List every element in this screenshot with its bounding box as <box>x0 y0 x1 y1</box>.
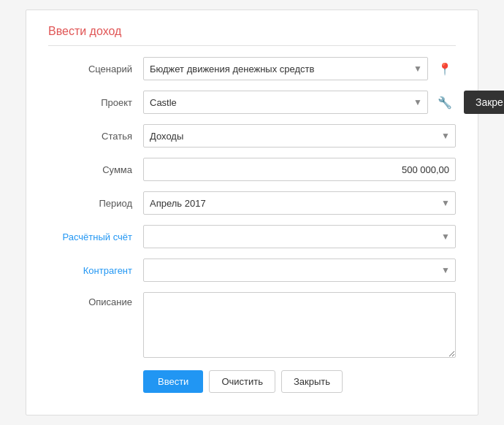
account-label: Расчётный счёт <box>48 231 143 242</box>
ochist-button[interactable]: Очистить <box>209 370 275 393</box>
form-actions: Ввести Очистить Закрыть <box>143 370 456 393</box>
scenario-row: Сценарий Бюджет движения денежных средст… <box>48 57 456 80</box>
article-select-wrapper: Доходы ▼ <box>143 124 456 148</box>
period-select[interactable]: Апрель 2017 <box>143 191 456 215</box>
counterparty-label: Контрагент <box>48 265 143 276</box>
project-label: Проект <box>48 97 143 108</box>
form-title: Ввести доход <box>48 25 456 46</box>
project-row: Проект Castle ▼ 🔧 Закрепить <box>48 91 456 114</box>
scenario-select[interactable]: Бюджет движения денежных средств <box>143 57 428 80</box>
article-select[interactable]: Доходы <box>143 124 456 148</box>
project-select[interactable]: Castle <box>143 91 428 114</box>
article-label: Статья <box>48 131 143 142</box>
period-row: Период Апрель 2017 ▼ <box>48 191 456 215</box>
amount-row: Сумма <box>48 158 456 181</box>
scenario-pin-icon[interactable]: 📍 <box>434 58 456 80</box>
counterparty-select[interactable] <box>143 259 456 282</box>
account-select-wrapper: ▼ <box>143 225 456 248</box>
form-container: Ввести доход Сценарий Бюджет движения де… <box>26 9 478 416</box>
description-row: Описание <box>48 292 456 360</box>
account-select[interactable] <box>143 225 456 248</box>
scenario-select-wrapper: Бюджет движения денежных средств ▼ <box>143 57 428 80</box>
article-row: Статья Доходы ▼ <box>48 124 456 148</box>
zakr-button[interactable]: Закрепить <box>464 91 504 114</box>
period-label: Период <box>48 198 143 209</box>
scenario-label: Сценарий <box>48 64 143 74</box>
counterparty-select-wrapper: ▼ <box>143 259 456 282</box>
zakryt-button[interactable]: Закрыть <box>281 370 343 393</box>
account-row: Расчётный счёт ▼ <box>48 225 456 248</box>
description-label: Описание <box>48 292 143 307</box>
form-body: Сценарий Бюджет движения денежных средст… <box>48 57 456 393</box>
project-wrench-icon[interactable]: 🔧 <box>434 91 456 113</box>
period-select-wrapper: Апрель 2017 ▼ <box>143 191 456 215</box>
description-textarea[interactable] <box>143 292 456 358</box>
description-wrapper <box>143 292 456 360</box>
amount-input[interactable] <box>143 158 456 181</box>
vvesti-button[interactable]: Ввести <box>143 370 203 393</box>
amount-label: Сумма <box>48 164 143 175</box>
project-select-wrapper: Castle ▼ <box>143 91 428 114</box>
counterparty-row: Контрагент ▼ <box>48 259 456 282</box>
